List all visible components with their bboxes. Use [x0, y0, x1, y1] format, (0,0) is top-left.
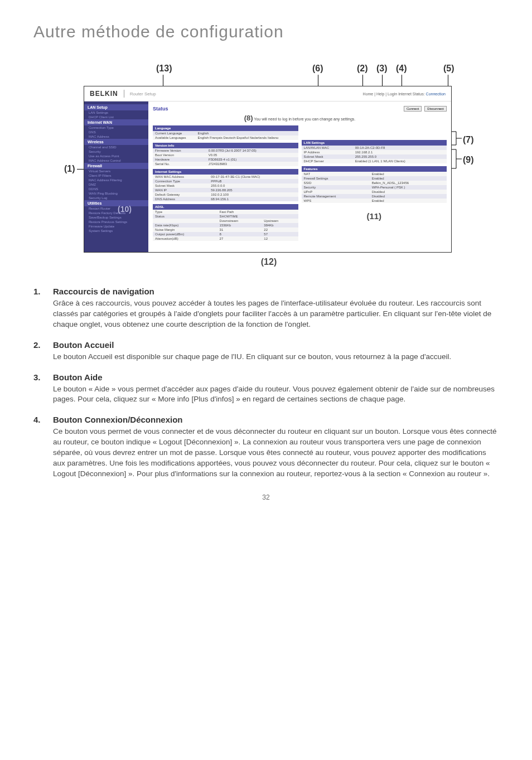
callout-5: (5)	[443, 64, 454, 74]
section-text: Le bouton Accueil est disponible sur cha…	[53, 352, 499, 362]
callout-11: (11)	[302, 211, 447, 221]
cell: WPS	[302, 199, 370, 203]
router-body: LAN Setup LAN Settings DHCP Client List …	[84, 101, 451, 252]
cell: Belkin_N_ADSL_123456	[370, 181, 447, 185]
cell: 192.0.2.100	[209, 192, 298, 197]
section-text: Le bouton « Aide » vous permet d'accéder…	[53, 384, 499, 405]
table-header: ADSL	[153, 204, 298, 210]
cell: 1536Kb	[217, 223, 262, 227]
sidebar-item[interactable]: DHCP Client List	[84, 115, 148, 119]
sidebar-item[interactable]: Channel and SSID	[84, 145, 148, 149]
sidebar-item[interactable]: DDNS	[84, 187, 148, 191]
cell: Default Gateway	[153, 192, 209, 197]
callout-9: (9)	[463, 155, 474, 165]
section-body: Bouton Aide Le bouton « Aide » vous perm…	[53, 372, 499, 405]
sidebar-item[interactable]: Restore Factory Defaults	[84, 211, 148, 215]
cell: Disabled	[370, 194, 447, 199]
info-tables: Language Current LanguageEnglish Availab…	[153, 125, 447, 244]
cell: Downstream	[217, 219, 262, 223]
cell: Output power(dBm)	[153, 232, 217, 236]
status-buttons: Connect Disconnect	[402, 106, 447, 112]
cell: Hardware	[153, 157, 206, 162]
cell: IP Address	[302, 150, 353, 154]
cell: Attenuation(dB)	[153, 236, 217, 241]
callout-3: (3)	[376, 64, 388, 74]
sidebar-item[interactable]: Security Log	[84, 196, 148, 200]
sidebar-item[interactable]: MAC Address Filtering	[84, 178, 148, 182]
cell: 00-17-31-47-3E-C1 (Clone MAC)	[209, 175, 298, 179]
belkin-logo: BELKIN	[90, 90, 124, 98]
sidebar: LAN Setup LAN Settings DHCP Client List …	[84, 101, 148, 252]
sidebar-item[interactable]: Client IP Filters	[84, 173, 148, 178]
cell: 255.0.0.0	[209, 183, 298, 188]
sidebar-item[interactable]: Restart Router	[84, 206, 148, 211]
callouts-top: (13) (6) (2) (3) (4) (5)	[84, 64, 499, 86]
bracket-icon	[452, 130, 463, 146]
sidebar-item[interactable]: System Settings	[84, 229, 148, 233]
section-text: Grâce à ces raccourcis, vous pouvez accé…	[53, 298, 499, 330]
cell: Status	[153, 214, 217, 219]
cell: F5D8633-4 v1 (01)	[206, 157, 298, 162]
login-note-text: You will need to log in before you can c…	[254, 117, 355, 121]
cell: Remote Management	[302, 194, 370, 199]
sidebar-header-wireless[interactable]: Wireless	[84, 139, 148, 145]
section-3: 3. Bouton Aide Le bouton « Aide » vous p…	[33, 372, 499, 405]
main-content: Status Connect Disconnect (8) You will n…	[148, 101, 451, 252]
sidebar-header-wan[interactable]: Internet WAN	[84, 119, 148, 125]
cell: Security	[302, 185, 370, 190]
section-2: 2. Bouton Accueil Le bouton Accueil est …	[33, 340, 499, 362]
section-4: 4. Bouton Connexion/Déconnexion Ce bouto…	[33, 415, 499, 479]
login-note: (8) You will need to log in before you c…	[153, 114, 447, 122]
cell: Data rate(Kbps)	[153, 223, 217, 227]
sidebar-item[interactable]: Save/Backup Settings	[84, 215, 148, 220]
sidebar-item[interactable]: DNS	[84, 130, 148, 134]
sidebar-header-utilities[interactable]: Utilities	[84, 200, 148, 206]
connect-button[interactable]: Connect	[404, 106, 422, 112]
info-col-left: Language Current LanguageEnglish Availab…	[153, 125, 298, 244]
sidebar-item[interactable]: Security	[84, 149, 148, 154]
cell: Noise Margin	[153, 227, 217, 232]
sidebar-item[interactable]: Virtual Servers	[84, 169, 148, 173]
sidebar-item[interactable]: WAN Ping Blocking	[84, 191, 148, 196]
language-table: Language Current LanguageEnglish Availab…	[153, 125, 298, 140]
cell: 384Kb	[262, 223, 298, 227]
cell: Firewall Settings	[302, 176, 370, 181]
info-col-right: LAN Settings LAN/WLAN MAC00-1A-2A-C2-0D-…	[302, 125, 447, 244]
cell: WPA-Personal ( PSK )	[370, 185, 447, 190]
section-1: 1. Raccourcis de navigation Grâce à ces …	[33, 287, 499, 330]
cell: 27	[217, 236, 262, 241]
section-num: 3.	[33, 372, 53, 405]
cell: LAN/WLAN MAC	[302, 146, 353, 150]
bracket-icon	[452, 148, 463, 170]
cell: Connection Type	[153, 179, 209, 183]
cell: 68.94.156.1	[209, 197, 298, 201]
cell: 8	[217, 232, 262, 236]
router-setup-label: Router Setup	[130, 91, 156, 96]
callout-1: (1)	[64, 164, 75, 174]
internet-status-link[interactable]: Connection	[426, 92, 446, 96]
sidebar-item[interactable]: Firmware Update	[84, 224, 148, 229]
router-header: BELKIN Router Setup Home | Help | Login …	[84, 86, 451, 101]
sidebar-item[interactable]: DMZ	[84, 182, 148, 187]
cell: J724318983	[206, 162, 298, 166]
callout-7: (7)	[463, 135, 474, 145]
cell: NAT	[302, 172, 370, 176]
cell: Type	[153, 210, 217, 214]
header-links[interactable]: Home | Help | Login Internet Status: Con…	[363, 92, 446, 96]
callout-12: (12)	[39, 257, 499, 267]
status-label: Status	[153, 106, 168, 112]
section-body: Bouton Accueil Le bouton Accueil est dis…	[53, 340, 499, 362]
sidebar-item[interactable]: Use as Access Point	[84, 154, 148, 158]
callout-4: (4)	[396, 64, 407, 74]
sidebar-item[interactable]: Restore Previous Settings	[84, 220, 148, 224]
sidebar-item[interactable]: Connection Type	[84, 125, 148, 130]
page-title: Autre méthode de configuration	[33, 22, 499, 41]
sidebar-header-firewall[interactable]: Firewall	[84, 163, 148, 169]
sidebar-item[interactable]: LAN Settings	[84, 110, 148, 115]
cell[interactable]: English Français Deutsch Español Nederla…	[196, 135, 298, 140]
sidebar-header-lan[interactable]: LAN Setup	[84, 104, 148, 110]
callout-10: (10)	[118, 205, 132, 214]
sidebar-item[interactable]: MAC Address	[84, 134, 148, 139]
sidebar-item[interactable]: MAC Address Control	[84, 158, 148, 163]
disconnect-button[interactable]: Disconnect	[424, 106, 447, 112]
